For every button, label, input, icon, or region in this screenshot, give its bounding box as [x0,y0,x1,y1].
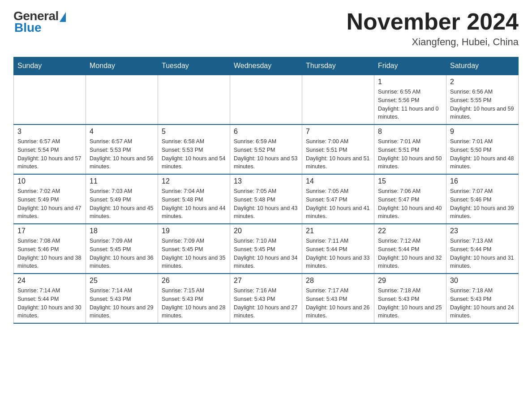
day-number: 25 [90,277,154,285]
calendar-cell: 17Sunrise: 7:08 AMSunset: 5:46 PMDayligh… [14,224,86,274]
title-area: November 2024 Xiangfeng, Hubei, China [347,9,519,48]
day-number: 7 [306,128,370,136]
calendar-cell: 15Sunrise: 7:06 AMSunset: 5:47 PMDayligh… [374,174,446,224]
day-info: Sunrise: 7:05 AMSunset: 5:47 PMDaylight:… [306,187,370,221]
calendar-cell: 7Sunrise: 7:00 AMSunset: 5:51 PMDaylight… [302,124,374,174]
calendar-cell: 25Sunrise: 7:14 AMSunset: 5:43 PMDayligh… [86,274,158,323]
calendar-cell: 14Sunrise: 7:05 AMSunset: 5:47 PMDayligh… [302,174,374,224]
day-info: Sunrise: 7:13 AMSunset: 5:44 PMDaylight:… [450,237,515,270]
calendar-cell: 20Sunrise: 7:10 AMSunset: 5:45 PMDayligh… [230,224,302,274]
logo-blue-text: Blue [14,21,42,35]
weekday-header-saturday: Saturday [446,57,519,75]
calendar-cell: 16Sunrise: 7:07 AMSunset: 5:46 PMDayligh… [446,174,519,224]
day-info: Sunrise: 7:10 AMSunset: 5:45 PMDaylight:… [234,237,298,270]
calendar-cell [14,75,86,124]
calendar-week-5: 24Sunrise: 7:14 AMSunset: 5:44 PMDayligh… [14,274,519,323]
day-number: 17 [17,227,82,235]
logo-triangle-icon [60,12,66,22]
day-info: Sunrise: 7:05 AMSunset: 5:48 PMDaylight:… [234,187,298,221]
calendar-cell: 1Sunrise: 6:55 AMSunset: 5:56 PMDaylight… [374,75,446,124]
day-number: 15 [378,177,442,185]
calendar-cell: 4Sunrise: 6:57 AMSunset: 5:53 PMDaylight… [86,124,158,174]
day-info: Sunrise: 7:02 AMSunset: 5:49 PMDaylight:… [17,187,82,221]
calendar-cell: 23Sunrise: 7:13 AMSunset: 5:44 PMDayligh… [446,224,519,274]
day-info: Sunrise: 6:55 AMSunset: 5:56 PMDaylight:… [378,88,442,121]
day-info: Sunrise: 7:08 AMSunset: 5:46 PMDaylight:… [17,237,82,270]
calendar-cell: 28Sunrise: 7:17 AMSunset: 5:43 PMDayligh… [302,274,374,323]
day-info: Sunrise: 6:57 AMSunset: 5:54 PMDaylight:… [17,137,82,171]
weekday-header-tuesday: Tuesday [158,57,230,75]
calendar-cell: 11Sunrise: 7:03 AMSunset: 5:49 PMDayligh… [86,174,158,224]
day-info: Sunrise: 7:09 AMSunset: 5:45 PMDaylight:… [90,237,154,270]
page-header: General Blue November 2024 Xiangfeng, Hu… [13,9,519,48]
day-number: 16 [450,177,515,185]
day-info: Sunrise: 7:07 AMSunset: 5:46 PMDaylight:… [450,187,515,221]
location-subtitle: Xiangfeng, Hubei, China [347,36,519,48]
calendar-cell: 5Sunrise: 6:58 AMSunset: 5:53 PMDaylight… [158,124,230,174]
calendar-cell: 19Sunrise: 7:09 AMSunset: 5:45 PMDayligh… [158,224,230,274]
calendar-cell: 24Sunrise: 7:14 AMSunset: 5:44 PMDayligh… [14,274,86,323]
calendar-cell: 13Sunrise: 7:05 AMSunset: 5:48 PMDayligh… [230,174,302,224]
calendar-cell: 2Sunrise: 6:56 AMSunset: 5:55 PMDaylight… [446,75,519,124]
day-number: 18 [90,227,154,235]
day-number: 13 [234,177,298,185]
day-info: Sunrise: 7:16 AMSunset: 5:43 PMDaylight:… [234,287,298,320]
calendar-cell [158,75,230,124]
day-number: 6 [234,128,298,136]
day-number: 11 [90,177,154,185]
calendar-cell: 26Sunrise: 7:15 AMSunset: 5:43 PMDayligh… [158,274,230,323]
day-number: 28 [306,277,370,285]
day-info: Sunrise: 7:06 AMSunset: 5:47 PMDaylight:… [378,187,442,221]
day-info: Sunrise: 7:17 AMSunset: 5:43 PMDaylight:… [306,287,370,320]
day-info: Sunrise: 7:01 AMSunset: 5:51 PMDaylight:… [378,137,442,171]
calendar-cell: 8Sunrise: 7:01 AMSunset: 5:51 PMDaylight… [374,124,446,174]
day-number: 21 [306,227,370,235]
day-number: 24 [17,277,82,285]
day-info: Sunrise: 7:12 AMSunset: 5:44 PMDaylight:… [378,237,442,270]
day-info: Sunrise: 7:14 AMSunset: 5:43 PMDaylight:… [90,287,154,320]
day-info: Sunrise: 6:59 AMSunset: 5:52 PMDaylight:… [234,137,298,171]
calendar-table: SundayMondayTuesdayWednesdayThursdayFrid… [13,57,519,324]
calendar-week-4: 17Sunrise: 7:08 AMSunset: 5:46 PMDayligh… [14,224,519,274]
calendar-cell: 21Sunrise: 7:11 AMSunset: 5:44 PMDayligh… [302,224,374,274]
day-number: 3 [17,128,82,136]
calendar-cell: 6Sunrise: 6:59 AMSunset: 5:52 PMDaylight… [230,124,302,174]
calendar-cell: 27Sunrise: 7:16 AMSunset: 5:43 PMDayligh… [230,274,302,323]
day-number: 27 [234,277,298,285]
day-info: Sunrise: 7:15 AMSunset: 5:43 PMDaylight:… [162,287,226,320]
calendar-cell [230,75,302,124]
day-number: 10 [17,177,82,185]
day-number: 1 [378,78,442,86]
weekday-header-wednesday: Wednesday [230,57,302,75]
day-info: Sunrise: 7:18 AMSunset: 5:43 PMDaylight:… [450,287,515,320]
day-number: 22 [378,227,442,235]
calendar-cell: 22Sunrise: 7:12 AMSunset: 5:44 PMDayligh… [374,224,446,274]
calendar-cell [86,75,158,124]
weekday-header-sunday: Sunday [14,57,86,75]
logo: General Blue [13,9,66,35]
weekday-header-thursday: Thursday [302,57,374,75]
day-number: 4 [90,128,154,136]
calendar-week-2: 3Sunrise: 6:57 AMSunset: 5:54 PMDaylight… [14,124,519,174]
day-info: Sunrise: 7:01 AMSunset: 5:50 PMDaylight:… [450,137,515,171]
calendar-cell: 10Sunrise: 7:02 AMSunset: 5:49 PMDayligh… [14,174,86,224]
calendar-cell: 12Sunrise: 7:04 AMSunset: 5:48 PMDayligh… [158,174,230,224]
day-info: Sunrise: 7:00 AMSunset: 5:51 PMDaylight:… [306,137,370,171]
day-info: Sunrise: 6:57 AMSunset: 5:53 PMDaylight:… [90,137,154,171]
calendar-cell: 29Sunrise: 7:18 AMSunset: 5:43 PMDayligh… [374,274,446,323]
calendar-cell: 3Sunrise: 6:57 AMSunset: 5:54 PMDaylight… [14,124,86,174]
day-number: 23 [450,227,515,235]
calendar-cell [302,75,374,124]
calendar-cell: 30Sunrise: 7:18 AMSunset: 5:43 PMDayligh… [446,274,519,323]
day-info: Sunrise: 7:11 AMSunset: 5:44 PMDaylight:… [306,237,370,270]
day-number: 12 [162,177,226,185]
day-info: Sunrise: 7:18 AMSunset: 5:43 PMDaylight:… [378,287,442,320]
day-number: 5 [162,128,226,136]
weekday-header-monday: Monday [86,57,158,75]
day-info: Sunrise: 6:58 AMSunset: 5:53 PMDaylight:… [162,137,226,171]
day-info: Sunrise: 7:14 AMSunset: 5:44 PMDaylight:… [17,287,82,320]
calendar-week-3: 10Sunrise: 7:02 AMSunset: 5:49 PMDayligh… [14,174,519,224]
day-info: Sunrise: 7:04 AMSunset: 5:48 PMDaylight:… [162,187,226,221]
day-number: 2 [450,78,515,86]
calendar-week-1: 1Sunrise: 6:55 AMSunset: 5:56 PMDaylight… [14,75,519,124]
